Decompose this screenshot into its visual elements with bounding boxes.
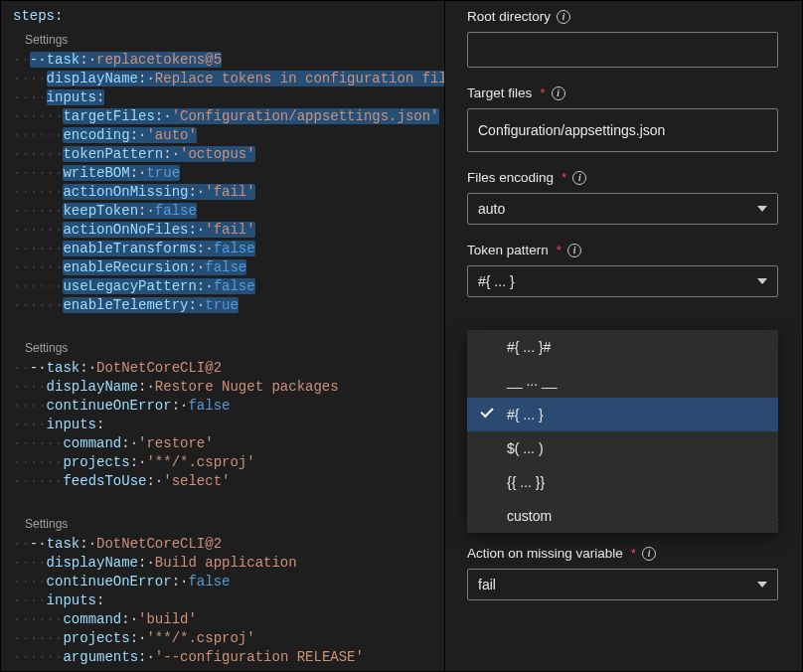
settings-codelens[interactable]: Settings xyxy=(1,334,444,359)
target-files-group: Target files* i xyxy=(467,85,778,152)
code-line[interactable]: ····continueOnError:·false xyxy=(1,397,444,416)
info-icon[interactable]: i xyxy=(642,547,656,561)
code-line[interactable]: ······actionOnNoFiles:·'fail' xyxy=(1,221,444,240)
code-line[interactable]: steps: xyxy=(1,7,444,26)
steps-key: steps xyxy=(13,8,55,24)
code-line[interactable]: ······enableTransforms:·false xyxy=(1,240,444,258)
task-settings-panel: Root directory i Target files* i Files e… xyxy=(445,0,803,672)
code-line[interactable]: ····inputs: xyxy=(1,416,444,434)
token-pattern-label: Token pattern* i xyxy=(467,243,778,257)
code-line[interactable]: ······command:·'restore' xyxy=(1,434,444,453)
settings-codelens[interactable]: Settings xyxy=(1,26,444,51)
action-on-missing-select[interactable]: fail xyxy=(467,569,778,600)
dropdown-option[interactable]: __ ... __ xyxy=(467,364,778,398)
yaml-editor-panel: steps: Settings ··-·task:·replacetokens@… xyxy=(0,0,445,672)
dropdown-option[interactable]: custom xyxy=(467,499,778,533)
target-files-input[interactable] xyxy=(467,108,778,152)
code-line[interactable]: ······actionOnMissing:·'fail' xyxy=(1,183,444,202)
action-on-missing-group: Action on missing variable* i fail xyxy=(467,546,778,600)
code-line[interactable]: ····displayName:·Replace tokens in confi… xyxy=(1,70,444,88)
token-pattern-select[interactable]: #{ ... } xyxy=(467,265,778,297)
files-encoding-label: Files encoding* i xyxy=(467,170,778,185)
chevron-down-icon xyxy=(757,582,767,588)
code-line[interactable]: ··-·task:·DotNetCoreCLI@2 xyxy=(1,359,444,378)
code-line[interactable]: ······feedsToUse:·'select' xyxy=(1,472,444,491)
check-icon xyxy=(481,408,493,420)
chevron-down-icon xyxy=(757,206,767,212)
code-line[interactable]: ··-·task:·DotNetCoreCLI@2 xyxy=(1,535,444,554)
code-line[interactable]: ····displayName:·Build application xyxy=(1,554,444,573)
root-directory-input[interactable] xyxy=(467,32,778,68)
root-directory-group: Root directory i xyxy=(467,9,778,68)
action-on-missing-label: Action on missing variable* i xyxy=(467,546,778,561)
target-files-label: Target files* i xyxy=(467,85,778,100)
settings-codelens[interactable]: Settings xyxy=(1,510,444,535)
info-icon[interactable]: i xyxy=(572,171,586,185)
code-line[interactable]: ······writeBOM:·true xyxy=(1,164,444,183)
token-pattern-dropdown: #{ ... }# __ ... __ #{ ... } $( ... ) {{… xyxy=(467,330,778,533)
code-line[interactable]: ··-·task:·replacetokens@5 xyxy=(1,51,444,70)
token-pattern-group: Token pattern* i #{ ... } xyxy=(467,243,778,297)
dropdown-option[interactable]: {{ ... }} xyxy=(467,465,778,499)
code-line[interactable]: ······projects:·'**/*.csproj' xyxy=(1,629,444,648)
info-icon[interactable]: i xyxy=(552,86,565,100)
code-line[interactable]: ······enableRecursion:·false xyxy=(1,258,444,277)
code-line[interactable]: ······useLegacyPattern:·false xyxy=(1,277,444,296)
code-line[interactable]: ····continueOnError:·false xyxy=(1,573,444,591)
dropdown-option[interactable]: #{ ... } xyxy=(467,398,778,431)
code-line[interactable]: ····inputs: xyxy=(1,88,444,107)
info-icon[interactable]: i xyxy=(557,10,570,24)
code-line[interactable]: ······encoding:·'auto' xyxy=(1,126,444,145)
code-line[interactable]: ······enableTelemetry:·true xyxy=(1,296,444,315)
code-line[interactable]: ······command:·'build' xyxy=(1,610,444,629)
code-line[interactable]: ····inputs: xyxy=(1,591,444,610)
code-line[interactable]: ······tokenPattern:·'octopus' xyxy=(1,145,444,164)
dropdown-option[interactable]: $( ... ) xyxy=(467,431,778,465)
code-line[interactable]: ······arguments:·'--configuration RELEAS… xyxy=(1,648,444,667)
code-line[interactable]: ······targetFiles:·'Configuration/appset… xyxy=(1,107,444,126)
code-line[interactable]: ····displayName:·Restore Nuget packages xyxy=(1,378,444,397)
chevron-down-icon xyxy=(757,278,767,284)
files-encoding-select[interactable]: auto xyxy=(467,193,778,225)
root-directory-label: Root directory i xyxy=(467,9,778,24)
files-encoding-group: Files encoding* i auto xyxy=(467,170,778,225)
dropdown-option[interactable]: #{ ... }# xyxy=(467,330,778,364)
code-line[interactable]: ······projects:·'**/*.csproj' xyxy=(1,453,444,472)
code-line[interactable]: ······keepToken:·false xyxy=(1,202,444,221)
info-icon[interactable]: i xyxy=(567,244,581,257)
